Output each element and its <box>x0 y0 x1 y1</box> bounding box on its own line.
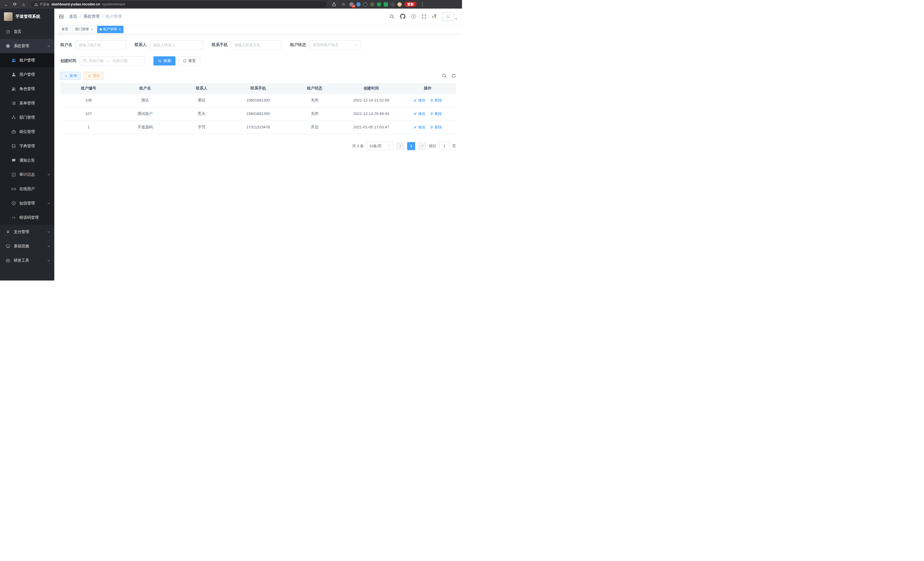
breadcrumb-home[interactable]: 首页 <box>69 14 77 19</box>
pencil-icon <box>413 99 417 102</box>
sidebar-item-audit[interactable]: 审计日志 <box>0 168 54 182</box>
next-page-button[interactable] <box>418 142 426 150</box>
delete-link[interactable]: 删除 <box>430 125 442 130</box>
cell-name: 芋道源码 <box>117 120 173 134</box>
sidebar-item-devtools[interactable]: 研发工具 <box>0 253 54 268</box>
sidebar-item-errcode[interactable]: 错误码管理 <box>0 211 54 225</box>
help-icon[interactable]: ? <box>411 14 416 19</box>
header-search-icon[interactable] <box>389 14 394 19</box>
fullscreen-icon[interactable] <box>422 14 426 19</box>
breadcrumb-system[interactable]: 系统管理 <box>83 14 99 19</box>
extension-icon-1[interactable]: 10 <box>350 2 354 7</box>
tab-dept[interactable]: 部门管理 × <box>73 26 95 33</box>
tenant-name-field[interactable] <box>76 40 126 50</box>
bookmark-star-icon[interactable]: ☆ <box>340 1 347 8</box>
col-tenant-name: 租户名 <box>117 83 173 93</box>
date-separator: - <box>105 59 111 63</box>
extension-icon-6[interactable] <box>384 2 388 7</box>
sidebar-item-role[interactable]: 角色管理 <box>0 82 54 96</box>
sidebar-item-infra[interactable]: 基础设施 <box>0 239 54 253</box>
extension-icon-2[interactable] <box>356 2 361 7</box>
phone-input[interactable] <box>234 43 278 47</box>
breadcrumb-separator: / <box>102 14 103 19</box>
share-icon[interactable] <box>331 1 338 8</box>
reset-button[interactable]: 重置 <box>178 56 200 65</box>
reset-button-label: 重置 <box>188 58 196 63</box>
sidebar-item-payment[interactable]: ¥ 支付管理 <box>0 225 54 239</box>
list-icon <box>11 101 16 105</box>
sidebar-item-label: 租户管理 <box>20 58 35 63</box>
tab-home[interactable]: 首页 <box>59 26 71 33</box>
sidebar-item-dict[interactable]: 字典管理 <box>0 139 54 153</box>
sidebar-item-system[interactable]: 系统管理 <box>0 39 54 53</box>
col-status: 租户状态 <box>286 83 343 93</box>
security-warning-icon[interactable]: 不安全 <box>34 2 50 7</box>
phone-field[interactable] <box>231 40 281 50</box>
prev-page-button[interactable] <box>396 142 404 150</box>
github-icon[interactable] <box>400 14 405 19</box>
sidebar-item-menu[interactable]: 菜单管理 <box>0 96 54 110</box>
delete-link[interactable]: 删除 <box>430 111 442 116</box>
sidebar-item-dept[interactable]: 部门管理 <box>0 110 54 125</box>
signal-icon <box>11 187 16 191</box>
refresh-icon <box>183 59 187 63</box>
page-unit-label: 页 <box>452 144 456 149</box>
sidebar-item-label: 系统管理 <box>14 44 29 49</box>
export-button[interactable]: 导出 <box>84 72 104 80</box>
user-avatar[interactable]: ▼ <box>442 12 458 21</box>
pencil-icon <box>413 126 417 129</box>
top-navbar: 首页 / 系统管理 / 租户管理 ? TT <box>54 9 462 25</box>
sidebar-item-home[interactable]: 首页 <box>0 25 54 39</box>
tenant-name-input[interactable] <box>79 43 123 47</box>
page-size-select[interactable]: 10条/页 <box>367 142 393 150</box>
tab-tenant[interactable]: 租户管理 × <box>97 26 123 33</box>
sidebar-item-notice[interactable]: 通知公告 <box>0 153 54 168</box>
browser-back-icon[interactable]: ← <box>3 1 10 8</box>
refresh-list-icon[interactable] <box>452 74 456 78</box>
edit-label: 修改 <box>418 111 425 116</box>
search-icon <box>158 59 162 63</box>
close-icon[interactable]: × <box>119 27 121 32</box>
sidebar-toggle-icon[interactable] <box>59 14 64 19</box>
edit-link[interactable]: 修改 <box>413 125 425 130</box>
goto-page-input[interactable] <box>439 142 449 150</box>
sidebar-item-tenant[interactable]: 租户管理 <box>0 53 54 68</box>
extension-puzzle-icon[interactable] <box>391 2 395 7</box>
add-button[interactable]: ＋ 新增 <box>60 72 81 80</box>
calendar-icon <box>83 59 87 63</box>
status-select[interactable]: 请选择租户状态 <box>309 40 361 50</box>
address-bar[interactable]: 不安全 dashboard.yudao.iocoder.cn/system/te… <box>31 1 327 8</box>
sidebar-item-label: 部门管理 <box>20 115 35 120</box>
edit-link[interactable]: 修改 <box>413 111 425 116</box>
contact-input[interactable] <box>153 43 200 47</box>
app-logo[interactable]: 芋道管理系统 <box>0 9 54 25</box>
delete-link[interactable]: 删除 <box>430 98 442 103</box>
font-size-icon[interactable]: TT <box>432 14 436 19</box>
browser-update-button[interactable]: 更新 <box>404 2 417 7</box>
browser-profile-avatar[interactable] <box>398 2 402 7</box>
tenant-table: 租户编号 租户名 联系人 联系手机 租户状态 创建时间 操作 108 测试 测试 <box>60 83 456 134</box>
extension-badge: 10 <box>352 5 356 8</box>
contact-field[interactable] <box>150 40 203 50</box>
sidebar-item-post[interactable]: 岗位管理 <box>0 125 54 139</box>
sidebar: 芋道管理系统 首页 系统管理 租户管理 用户管理 角色管理 <box>0 9 54 281</box>
edit-link[interactable]: 修改 <box>413 98 425 103</box>
sidebar-item-label: 基础设施 <box>14 244 29 249</box>
sidebar-item-user[interactable]: 用户管理 <box>0 68 54 82</box>
search-button-label: 搜索 <box>164 58 171 63</box>
extension-icon-3[interactable] <box>363 2 368 7</box>
mini-search-icon[interactable] <box>442 73 447 78</box>
sidebar-item-sms[interactable]: 短信管理 <box>0 196 54 211</box>
sidebar-item-online[interactable]: 在线用户 <box>0 182 54 196</box>
extension-icon-5[interactable] <box>377 2 381 7</box>
create-time-label: 创建时间 <box>60 58 80 63</box>
page-number-button[interactable]: 1 <box>407 142 415 150</box>
search-button[interactable]: 搜索 <box>153 56 176 65</box>
browser-menu-icon[interactable]: ⋮ <box>419 1 426 8</box>
cell-id: 107 <box>60 107 117 120</box>
close-icon[interactable]: × <box>91 27 93 32</box>
browser-home-icon[interactable]: ⌂ <box>20 1 27 8</box>
extension-icon-4[interactable] <box>370 2 374 7</box>
date-range-picker[interactable]: 开始日期 - 结束日期 <box>80 56 145 65</box>
browser-refresh-icon[interactable]: ⟳ <box>11 1 18 8</box>
